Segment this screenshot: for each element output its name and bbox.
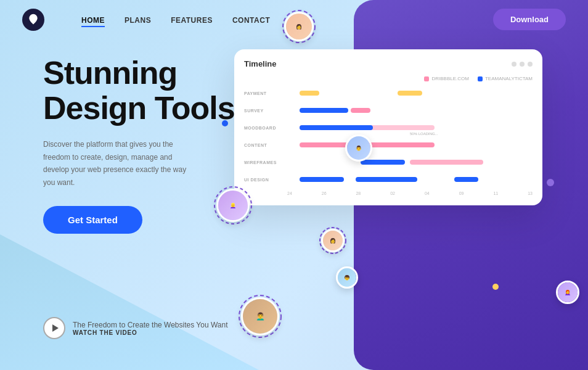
hero-title: Stunning Design Tools (43, 56, 240, 126)
wc-3 (528, 62, 533, 67)
legend-dot-pink (424, 76, 429, 81)
avatar-container-top: 👩 (284, 11, 314, 42)
row-label-wireframes: WIREFRAMES (244, 160, 287, 165)
timeline-header: Timeline (244, 59, 533, 68)
gantt-row-uidesign: UI DESIGN (244, 173, 533, 186)
hero-section: Stunning Design Tools Discover the platf… (43, 56, 240, 234)
avatar-right-wrapper: 👱‍♀️ (216, 188, 250, 223)
avatar-right: 👱‍♀️ (216, 189, 250, 222)
gantt-bar (361, 160, 405, 165)
nav-item-home[interactable]: HOME (81, 14, 105, 25)
nav-item-plans[interactable]: PLANS (125, 14, 151, 25)
gantt-bar (300, 177, 344, 182)
video-main-text: The Freedom to Create the Websites You W… (73, 321, 227, 329)
gantt-bar (410, 160, 483, 165)
nav-item-features[interactable]: FEATURES (171, 14, 213, 25)
dot-purple-1 (547, 179, 554, 186)
gantt-row-content: CONTENT 50% LOADING... (244, 138, 533, 152)
axis-label: 24 (287, 191, 292, 195)
legend-dot-blue (478, 76, 483, 81)
wc-2 (520, 62, 525, 67)
avatar-top-wrapper: 👩 (284, 11, 314, 42)
row-label-content: CONTENT (244, 143, 287, 147)
row-label-survey: SURVEY (244, 109, 287, 113)
legend-item-team: TEAMANALYTICTAM (478, 76, 533, 81)
video-cta: The Freedom to Create the Websites You W… (43, 317, 227, 339)
gantt-bar (300, 125, 373, 130)
get-started-button[interactable]: Get Started (43, 206, 142, 234)
play-button[interactable] (43, 317, 65, 339)
dot-yellow-1 (492, 284, 499, 290)
avatar-small-right: 👩‍🦰 (556, 281, 579, 304)
gantt-area-survey (287, 104, 533, 117)
gantt-row-moodboard: MOODBOARD (244, 121, 533, 134)
avatar-container-uidesign: 👩 (321, 228, 345, 253)
video-text: The Freedom to Create the Websites You W… (73, 321, 227, 336)
timeline-card: Timeline DRIBBBLE.COM TEAMANALYTICTAM PA… (234, 49, 542, 205)
logo[interactable] (22, 9, 44, 31)
avatar-uidesign: 👩 (321, 229, 345, 252)
video-watch-label[interactable]: WATCH THE VIDEO (73, 329, 227, 336)
gantt-bar (300, 91, 319, 96)
avatar-bottom-wrapper: 👨‍🦱 (240, 297, 280, 336)
legend-label-dribbble: DRIBBBLE.COM (431, 76, 468, 81)
row-label-payment: PAYMENT (244, 91, 287, 96)
gantt-legend: DRIBBBLE.COM TEAMANALYTICTAM (244, 76, 533, 81)
avatar-floating: 👦 (336, 266, 358, 289)
gantt-area-payment (287, 86, 533, 100)
gantt-area-content: 50% LOADING... (287, 138, 533, 152)
axis-label: 11 (493, 191, 498, 195)
gantt-row-wireframes: WIREFRAMES (244, 155, 533, 169)
nav-item-contact[interactable]: CONTACT (232, 14, 270, 25)
axis-label: 26 (322, 191, 327, 195)
gantt-area-wireframes (287, 155, 533, 169)
gantt-rows: PAYMENT SURVEY MOODBOARD CONTENT (244, 86, 533, 186)
gantt-bar (398, 91, 422, 96)
hero-description: Discover the platform that gives you the… (43, 138, 191, 189)
wc-1 (512, 62, 517, 67)
axis-label: 04 (425, 191, 430, 195)
gantt-axis: 24 26 28 02 04 09 11 13 (244, 191, 533, 195)
legend-label-team: TEAMANALYTICTAM (485, 76, 533, 81)
axis-label: 02 (390, 191, 395, 195)
axis-label: 28 (356, 191, 361, 195)
avatar-container-bottom: 👨‍🦱 (240, 297, 280, 336)
row-label-moodboard: MOODBOARD (244, 126, 287, 130)
download-button[interactable]: Download (493, 9, 566, 30)
gantt-row-survey: SURVEY (244, 104, 533, 117)
row-label-uidesign: UI DESIGN (244, 178, 287, 182)
gantt-bar (300, 108, 349, 113)
gantt-bar (454, 177, 479, 182)
window-controls (512, 62, 533, 67)
loading-label: 50% LOADING... (410, 132, 438, 136)
gantt-bar (351, 108, 370, 113)
avatar-mid: 👨 (345, 134, 372, 162)
axis-label: 13 (528, 191, 533, 195)
avatar-uidesign-wrapper: 👩 (321, 228, 345, 253)
axis-label: 09 (459, 191, 464, 195)
legend-item-dribbble: DRIBBBLE.COM (424, 76, 468, 81)
avatar-bottom: 👨‍🦱 (241, 297, 279, 335)
timeline-title: Timeline (244, 59, 277, 68)
gantt-bar (356, 177, 417, 182)
avatar-top: 👩 (284, 12, 314, 41)
avatar-container-right: 👱‍♀️ (216, 188, 250, 223)
gantt-area-uidesign (287, 173, 533, 186)
nav-links: HOME PLANS FEATURES CONTACT (81, 14, 270, 25)
gantt-row-payment: PAYMENT (244, 86, 533, 100)
